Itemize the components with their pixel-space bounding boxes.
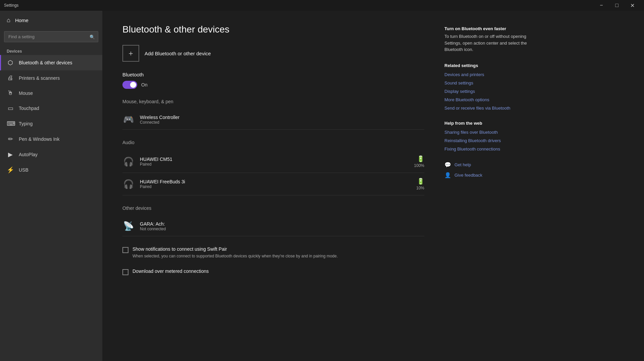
- app-body: ⌂ Home 🔍 Devices ⬡ Bluetooth & other dev…: [0, 11, 644, 361]
- sidebar-item-printers[interactable]: 🖨 Printers & scanners: [0, 70, 102, 85]
- sidebar-item-label-touchpad: Touchpad: [19, 106, 39, 111]
- window-controls: − □ ✕: [594, 0, 640, 11]
- bluetooth-label: Bluetooth: [122, 72, 424, 77]
- maximize-button[interactable]: □: [609, 0, 625, 11]
- link-fixing[interactable]: Fixing Bluetooth connections: [444, 146, 538, 152]
- sidebar-section-devices: Devices: [0, 46, 102, 55]
- home-label: Home: [15, 17, 29, 23]
- device-item-gara[interactable]: 📡 GARA: Ach: Not connected: [122, 216, 424, 236]
- device-name-freebuds: HUAWEI FreeBuds 3i: [140, 179, 411, 184]
- sidebar-item-label-autoplay: AutoPlay: [19, 152, 38, 157]
- content-area: Bluetooth & other devices ＋ Add Bluetoot…: [122, 24, 424, 348]
- bluetooth-icon: ⬡: [7, 59, 14, 66]
- main-content: Bluetooth & other devices ＋ Add Bluetoot…: [102, 11, 644, 361]
- right-panel: Turn on Bluetooth even faster To turn Bl…: [444, 24, 538, 348]
- get-help-row[interactable]: 💬 Get help: [444, 162, 538, 168]
- sidebar-item-label-pen: Pen & Windows Ink: [19, 136, 59, 142]
- headphones-icon-freebuds: 🎧: [122, 179, 135, 189]
- battery-pct-cm51: 100%: [414, 163, 424, 168]
- sidebar-item-typing[interactable]: ⌨ Typing: [0, 116, 102, 131]
- sidebar: ⌂ Home 🔍 Devices ⬡ Bluetooth & other dev…: [0, 11, 102, 361]
- device-status-gara: Not connected: [140, 227, 424, 231]
- sidebar-item-autoplay[interactable]: ▶ AutoPlay: [0, 147, 102, 162]
- other-device-icon: 📡: [122, 221, 135, 231]
- typing-icon: ⌨: [7, 120, 14, 127]
- link-send-receive[interactable]: Send or receive files via Bluetooth: [444, 106, 538, 111]
- sidebar-item-usb[interactable]: ⚡ USB: [0, 162, 102, 178]
- title-bar: Settings − □ ✕: [0, 0, 644, 11]
- link-devices-printers[interactable]: Devices and printers: [444, 72, 538, 77]
- link-reinstalling[interactable]: Reinstalling Bluetooth drivers: [444, 138, 538, 143]
- get-help-icon: 💬: [444, 162, 451, 168]
- device-item-wireless-controller[interactable]: 🎮 Wireless Controller Connected: [122, 110, 424, 130]
- sidebar-item-pen[interactable]: ✏ Pen & Windows Ink: [0, 131, 102, 147]
- search-box: 🔍: [4, 31, 98, 42]
- related-settings-title: Related settings: [444, 63, 538, 68]
- other-devices-section: Other devices 📡 GARA: Ach: Not connected: [122, 205, 424, 236]
- link-sound-settings[interactable]: Sound settings: [444, 80, 538, 85]
- link-more-bluetooth[interactable]: More Bluetooth options: [444, 97, 538, 102]
- mouse-keyboard-section: Mouse, keyboard, & pen 🎮 Wireless Contro…: [122, 99, 424, 130]
- touchpad-icon: ▭: [7, 105, 14, 112]
- swift-pair-row: Show notifications to connect using Swif…: [122, 246, 424, 259]
- device-item-cm51[interactable]: 🎧 HUAWEI CM51 Paired 🔋 100%: [122, 151, 424, 173]
- audio-section: Audio 🎧 HUAWEI CM51 Paired 🔋 100% 🎧: [122, 140, 424, 195]
- sidebar-item-touchpad[interactable]: ▭ Touchpad: [0, 101, 102, 116]
- app-title: Settings: [4, 3, 18, 8]
- metered-text: Download over metered connections: [132, 268, 424, 274]
- device-info-gara: GARA: Ach: Not connected: [140, 221, 424, 231]
- other-devices-title: Other devices: [122, 205, 424, 211]
- controller-icon: 🎮: [122, 114, 135, 125]
- battery-icon-cm51: 🔋: [417, 155, 424, 163]
- give-feedback-icon: 👤: [444, 172, 451, 178]
- usb-icon: ⚡: [7, 166, 14, 174]
- audio-section-title: Audio: [122, 140, 424, 145]
- swift-pair-label: Show notifications to connect using Swif…: [132, 246, 424, 252]
- give-feedback-label: Give feedback: [454, 173, 482, 178]
- sidebar-item-label-usb: USB: [19, 167, 29, 173]
- home-icon: ⌂: [7, 17, 10, 24]
- add-device-label: Add Bluetooth or other device: [145, 51, 211, 56]
- metered-checkbox[interactable]: [122, 269, 128, 275]
- sidebar-item-mouse[interactable]: 🖱 Mouse: [0, 85, 102, 101]
- close-button[interactable]: ✕: [625, 0, 640, 11]
- printer-icon: 🖨: [7, 74, 14, 81]
- give-feedback-row[interactable]: 👤 Give feedback: [444, 172, 538, 178]
- sidebar-item-bluetooth[interactable]: ⬡ Bluetooth & other devices: [0, 55, 102, 70]
- sidebar-item-label-bluetooth: Bluetooth & other devices: [19, 60, 72, 65]
- metered-row: Download over metered connections: [122, 268, 424, 275]
- link-display-settings[interactable]: Display settings: [444, 89, 538, 94]
- bluetooth-section: Bluetooth On: [122, 72, 424, 89]
- page-title: Bluetooth & other devices: [122, 24, 424, 35]
- swift-pair-checkbox[interactable]: [122, 247, 128, 253]
- bluetooth-toggle-row: On: [122, 81, 424, 89]
- device-info-controller: Wireless Controller Connected: [140, 115, 424, 125]
- battery-icon-freebuds: 🔋: [417, 178, 424, 185]
- toggle-knob: [130, 82, 136, 88]
- sidebar-item-label-printers: Printers & scanners: [19, 75, 60, 81]
- metered-label: Download over metered connections: [132, 268, 424, 274]
- bluetooth-toggle[interactable]: [122, 81, 137, 89]
- device-status-freebuds: Paired: [140, 184, 411, 189]
- search-input[interactable]: [4, 31, 98, 42]
- autoplay-icon: ▶: [7, 151, 14, 158]
- mouse-icon: 🖱: [7, 89, 14, 97]
- tip-body: To turn Bluetooth on or off without open…: [444, 33, 538, 53]
- device-info-freebuds: HUAWEI FreeBuds 3i Paired: [140, 179, 411, 189]
- device-name-controller: Wireless Controller: [140, 115, 424, 120]
- mouse-keyboard-section-title: Mouse, keyboard, & pen: [122, 99, 424, 104]
- link-sharing-files[interactable]: Sharing files over Bluetooth: [444, 130, 538, 135]
- tip-section: Turn on Bluetooth even faster To turn Bl…: [444, 26, 538, 53]
- device-item-freebuds[interactable]: 🎧 HUAWEI FreeBuds 3i Paired 🔋 10%: [122, 173, 424, 195]
- bluetooth-state: On: [141, 82, 148, 87]
- add-device-button[interactable]: ＋ Add Bluetooth or other device: [122, 45, 424, 62]
- battery-pct-freebuds: 10%: [416, 186, 424, 190]
- get-help-label: Get help: [454, 162, 471, 167]
- device-status-controller: Connected: [140, 120, 424, 125]
- minimize-button[interactable]: −: [594, 0, 609, 11]
- sidebar-item-home[interactable]: ⌂ Home: [0, 11, 102, 30]
- device-name-cm51: HUAWEI CM51: [140, 157, 409, 162]
- device-name-gara: GARA: Ach:: [140, 221, 424, 227]
- add-device-icon: ＋: [122, 45, 139, 62]
- device-info-cm51: HUAWEI CM51 Paired: [140, 157, 409, 167]
